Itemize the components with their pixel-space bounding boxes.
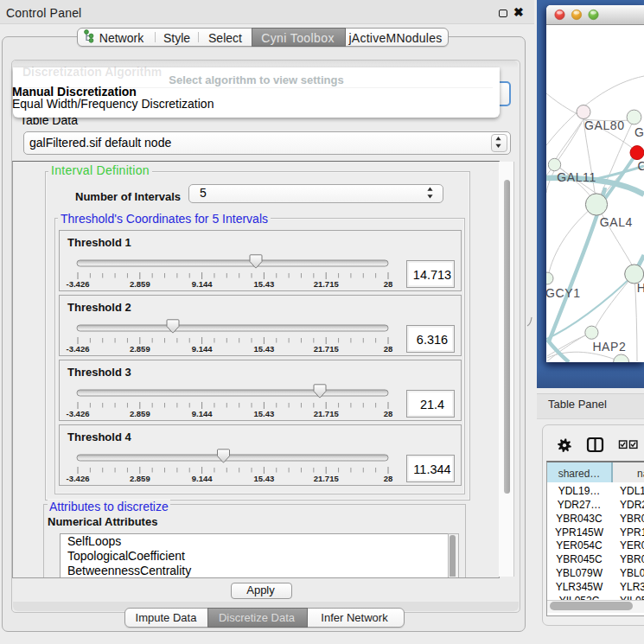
svg-text:21.715: 21.715 — [314, 344, 340, 354]
svg-text:9.144: 9.144 — [192, 409, 213, 418]
svg-text:-3.426: -3.426 — [67, 409, 90, 418]
svg-text:15.43: 15.43 — [254, 409, 275, 418]
svg-text:15.43: 15.43 — [254, 344, 275, 354]
svg-text:2.859: 2.859 — [130, 279, 150, 289]
svg-text:21.715: 21.715 — [314, 409, 340, 418]
svg-text:15.43: 15.43 — [254, 474, 275, 483]
svg-text:2.859: 2.859 — [130, 474, 150, 483]
svg-text:2.859: 2.859 — [130, 344, 150, 354]
svg-text:28: 28 — [384, 409, 393, 418]
svg-text:GAL4: GAL4 — [600, 215, 633, 229]
svg-text:15.43: 15.43 — [254, 279, 275, 289]
svg-text:GA: GA — [634, 125, 644, 139]
svg-text:-3.426: -3.426 — [67, 279, 90, 289]
svg-text:H: H — [637, 281, 644, 295]
svg-text:GAL80: GAL80 — [584, 118, 625, 132]
svg-text:21.715: 21.715 — [314, 279, 340, 289]
svg-text:-3.426: -3.426 — [67, 474, 90, 483]
svg-text:-3.426: -3.426 — [67, 344, 90, 354]
svg-text:2.859: 2.859 — [130, 409, 150, 418]
svg-text:C: C — [638, 159, 644, 173]
svg-text:HAP2: HAP2 — [592, 340, 626, 354]
svg-text:28: 28 — [384, 474, 393, 483]
svg-text:9.144: 9.144 — [192, 474, 213, 483]
svg-text:9.144: 9.144 — [192, 344, 213, 354]
svg-text:9.144: 9.144 — [192, 279, 213, 289]
svg-text:28: 28 — [384, 344, 393, 354]
svg-text:GCY1: GCY1 — [546, 286, 581, 300]
svg-text:28: 28 — [384, 279, 393, 289]
svg-text:21.715: 21.715 — [314, 474, 340, 483]
svg-text:GAL11: GAL11 — [557, 170, 596, 184]
